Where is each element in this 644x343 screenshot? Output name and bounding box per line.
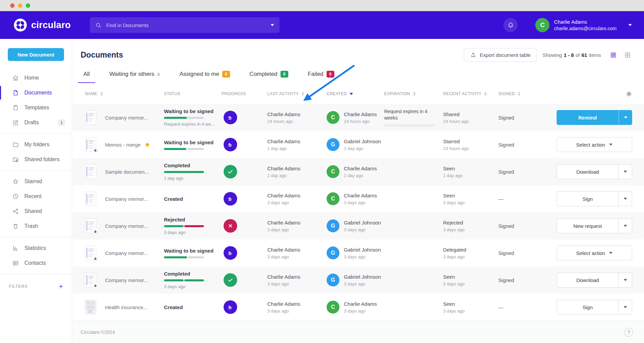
action-dropdown-toggle[interactable] [618,165,632,179]
remind-button[interactable]: Remind [557,110,632,125]
progress-signature-badge[interactable] [224,138,237,151]
progress-signature-badge[interactable] [224,111,237,124]
action-dropdown-toggle[interactable] [619,110,632,125]
column-header-created[interactable]: CREATED [327,91,384,96]
recent-activity-time: 3 days ago [443,281,498,286]
table-header: NAMESTATUSPROGRESSLAST ACTIVITYCREATEDEX… [72,84,644,104]
column-header-expiration[interactable]: EXPIRATION [384,91,443,96]
table-row[interactable]: Company memor... Waiting to be signed Re… [72,104,644,131]
new-request-button[interactable]: New request [557,218,632,233]
document-name[interactable]: Company memor... [105,115,148,121]
sidebar-item-templates[interactable]: Templates [0,100,72,115]
action-dropdown-toggle[interactable] [618,273,632,287]
action-label[interactable]: Sign [557,300,618,314]
tab-failed[interactable]: Failed0 [303,69,340,83]
table-row[interactable]: Company memor... Completed 3 days ago Ch… [72,266,644,294]
action-label[interactable]: Sign [557,192,618,206]
sort-icon[interactable] [413,92,416,96]
progress-rejected-badge[interactable] [224,219,237,233]
help-icon[interactable]: ? [624,328,633,337]
progress-check-badge[interactable] [224,165,237,178]
document-name[interactable]: Company memor... [105,196,148,202]
progress-signature-badge[interactable] [224,300,237,314]
sidebar-item-shared-folders[interactable]: Shared folders [0,152,72,167]
tab-all[interactable]: All [78,69,95,83]
column-header-progress[interactable]: PROGRESS [222,91,267,96]
creator-avatar: G [327,246,339,259]
brand-logo[interactable]: circularo [14,18,71,32]
table-row[interactable]: Company memor... Created Charlie Adams 3… [72,185,644,212]
sidebar-item-shared[interactable]: Shared [0,204,72,219]
action-dropdown-toggle[interactable] [618,219,632,233]
search-input[interactable] [106,22,271,28]
window-zoom-button[interactable] [26,3,30,8]
sidebar-item-documents[interactable]: Documents [0,85,72,100]
tab-waiting-for-others[interactable]: Waiting for others8 [104,69,165,83]
column-header-name[interactable]: NAME [85,91,164,96]
document-name[interactable]: Company memor... [105,277,148,283]
table-row[interactable]: Company memor... Waiting to be signed Ch… [72,239,644,266]
sidebar-item-my-folders[interactable]: My folders [0,137,72,152]
star-icon[interactable] [144,141,151,148]
sort-icon[interactable] [100,92,103,96]
sidebar-item-home[interactable]: Home [0,70,72,85]
sidebar-item-starred[interactable]: Starred [0,174,72,189]
download-button[interactable]: Download [557,273,632,287]
column-header-recent-activity[interactable]: RECENT ACTIVITY [443,91,498,96]
sign-button[interactable]: Sign [557,191,632,206]
sort-icon[interactable] [302,92,304,96]
action-label[interactable]: New request [557,219,618,233]
creator-name: Charlie Adams [344,301,377,307]
list-view-icon[interactable] [610,51,617,59]
column-header-status[interactable]: STATUS [164,91,222,96]
table-row[interactable]: Sample documen... Completed 1 day ago Ch… [72,158,644,185]
window-minimize-button[interactable] [18,3,22,8]
table-row[interactable]: Company memor... Rejected 3 days ago Cha… [72,212,644,239]
new-document-button[interactable]: New Document [8,48,64,61]
document-name[interactable]: Sample documen... [105,169,149,175]
column-header-last-activity[interactable]: LAST ACTIVITY [267,91,327,96]
sign-button[interactable]: Sign [557,300,632,315]
action-label[interactable]: Remind [557,110,619,125]
action-dropdown-toggle[interactable] [618,300,632,314]
sidebar-item-trash[interactable]: Trash [0,219,72,234]
progress-check-badge[interactable] [224,273,237,287]
action-dropdown-toggle[interactable] [618,192,632,206]
notifications-button[interactable] [503,18,518,32]
export-document-table-button[interactable]: Export document table [464,48,537,62]
sort-icon[interactable] [518,92,520,96]
sidebar-item-recent[interactable]: Recent [0,189,72,204]
progress-signature-badge[interactable] [224,246,237,260]
tab-assigned-to-me[interactable]: Assigned to me0 [174,69,235,83]
user-menu[interactable]: C Charlie Adams charlie.adams@circularo.… [535,18,632,32]
table-row[interactable]: Memos - merge Waiting to be signed Charl… [72,131,644,158]
shared-icon [12,208,19,215]
progress-signature-badge[interactable] [224,192,237,206]
table-row[interactable]: Health insurance... Created Charlie Adam… [72,294,644,321]
window-close-button[interactable] [10,3,15,8]
search-bar[interactable] [90,17,279,33]
document-name[interactable]: Company memor... [105,223,148,229]
table-settings-gear-icon[interactable] [626,91,632,97]
sidebar-item-drafts[interactable]: Drafts1 [0,115,72,130]
select-action-button[interactable]: Select action [557,137,632,152]
action-label[interactable]: Download [557,165,618,179]
action-label[interactable]: Download [557,273,618,287]
column-header-signed[interactable]: SIGNED [498,91,542,96]
add-filter-plus-icon[interactable] [58,284,64,289]
created-time: 1 day ago [344,173,377,178]
bell-icon [507,22,514,29]
document-name[interactable]: Company memor... [105,250,148,256]
sort-desc-icon[interactable] [350,93,353,95]
sidebar-item-statistics[interactable]: Statistics [0,241,72,256]
grid-view-icon[interactable] [624,51,631,59]
document-name[interactable]: Memos - merge [105,142,141,148]
select-action-button[interactable]: Select action [557,245,632,260]
document-name[interactable]: Health insurance... [105,304,147,310]
created-time: 24 hours ago [344,119,377,124]
search-scope-chevron-down-icon[interactable] [271,24,274,26]
sidebar-item-contacts[interactable]: Contacts [0,256,72,271]
download-button[interactable]: Download [557,164,632,179]
tab-completed[interactable]: Completed0 [244,69,294,83]
sort-icon[interactable] [484,92,487,96]
